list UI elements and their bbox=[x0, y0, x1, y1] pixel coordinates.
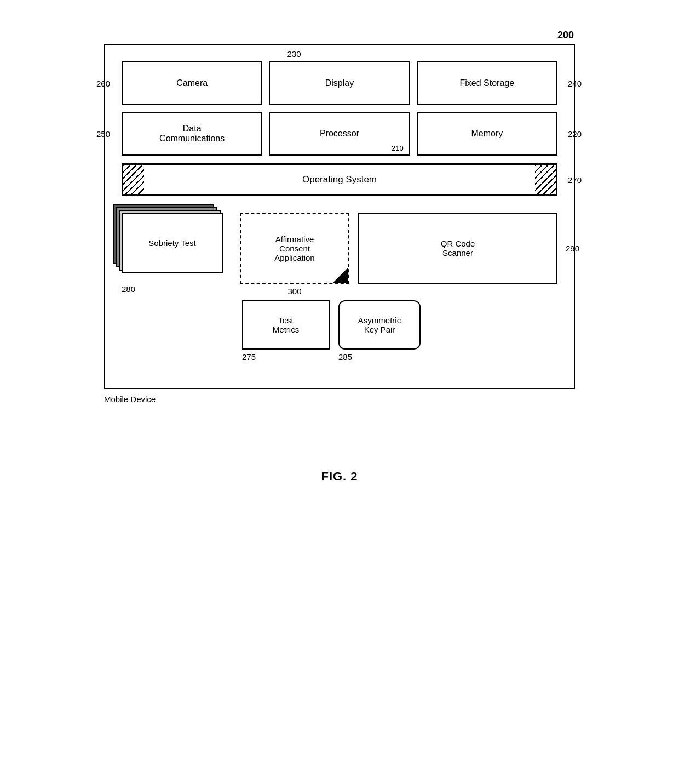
hw-row-1: 260 Camera Display 240 bbox=[122, 61, 557, 105]
processor-cell: Processor 210 bbox=[269, 112, 410, 156]
fig-caption: FIG. 2 bbox=[321, 470, 358, 484]
lower-row: Test Metrics 275 Asymmetric Key Pair 285 bbox=[242, 300, 557, 350]
asym-key-label: Asymmetric Key Pair bbox=[358, 316, 401, 334]
test-metrics-wrapper: Test Metrics 275 bbox=[242, 300, 330, 350]
label-270: 270 bbox=[568, 175, 582, 185]
sobriety-wrapper: Sobriety Test 280 bbox=[122, 213, 231, 278]
label-240: 240 bbox=[568, 79, 582, 88]
consent-corner bbox=[333, 267, 348, 283]
data-comm-label: Data Communications bbox=[159, 124, 225, 144]
consent-wrapper: Affirmative Consent Application 300 bbox=[240, 213, 349, 284]
asym-key-wrapper: Asymmetric Key Pair 285 bbox=[338, 300, 421, 350]
display-box: Display bbox=[269, 61, 410, 105]
asym-key-box: Asymmetric Key Pair bbox=[338, 300, 421, 350]
fixed-storage-cell: 240 Fixed Storage bbox=[417, 61, 557, 105]
os-bar: Operating System bbox=[122, 163, 557, 196]
qr-scanner-label: QR Code Scanner bbox=[441, 239, 475, 257]
label-260: 260 bbox=[96, 79, 110, 88]
camera-cell: 260 Camera bbox=[122, 61, 262, 105]
diagram-container: 200 230 260 Camera Display bbox=[104, 44, 575, 404]
qr-wrapper: QR Code Scanner 290 bbox=[358, 213, 557, 284]
memory-box: Memory bbox=[417, 112, 557, 156]
display-label: Display bbox=[325, 78, 354, 88]
hw-row-wrapper-2: 250 Data Communications Processor 210 bbox=[122, 112, 557, 156]
os-wrapper: Operating System 270 bbox=[122, 163, 557, 196]
data-comm-box: Data Communications bbox=[122, 112, 262, 156]
label-250: 250 bbox=[96, 129, 110, 139]
label-200: 200 bbox=[557, 30, 574, 41]
test-metrics-label: Test Metrics bbox=[273, 316, 299, 334]
display-cell: Display bbox=[269, 61, 410, 105]
fixed-storage-box: Fixed Storage bbox=[417, 61, 557, 105]
qr-box: QR Code Scanner bbox=[358, 213, 557, 284]
sobriety-label: Sobriety Test bbox=[148, 238, 195, 248]
processor-box: Processor 210 bbox=[269, 112, 410, 156]
memory-label: Memory bbox=[471, 129, 503, 139]
memory-cell: 220 Memory bbox=[417, 112, 557, 156]
app-row: Sobriety Test 280 Affirmative Consent Ap… bbox=[122, 207, 557, 284]
test-metrics-box: Test Metrics bbox=[242, 300, 330, 350]
outer-box: 200 230 260 Camera Display bbox=[104, 44, 575, 389]
camera-box: Camera bbox=[122, 61, 262, 105]
sobriety-box: Sobriety Test bbox=[122, 213, 223, 273]
label-230: 230 bbox=[287, 49, 301, 59]
label-280: 280 bbox=[122, 284, 135, 294]
mobile-device-label: Mobile Device bbox=[104, 394, 575, 404]
fixed-storage-label: Fixed Storage bbox=[460, 78, 515, 88]
label-285: 285 bbox=[338, 352, 352, 362]
label-300: 300 bbox=[287, 287, 301, 296]
label-210: 210 bbox=[392, 144, 404, 152]
os-label: Operating System bbox=[302, 174, 377, 185]
processor-label: Processor bbox=[320, 129, 359, 139]
page-wrapper: 200 230 260 Camera Display bbox=[0, 0, 679, 784]
affirmative-label: Affirmative Consent Application bbox=[274, 234, 314, 262]
data-comm-cell: 250 Data Communications bbox=[122, 112, 262, 156]
camera-label: Camera bbox=[176, 78, 208, 88]
consent-box: Affirmative Consent Application bbox=[240, 213, 349, 284]
label-290: 290 bbox=[566, 244, 579, 253]
label-220: 220 bbox=[568, 129, 582, 139]
hw-row-2: 250 Data Communications Processor 210 bbox=[122, 112, 557, 156]
hw-row-wrapper-1: 230 260 Camera Display bbox=[122, 61, 557, 105]
label-275: 275 bbox=[242, 352, 256, 362]
